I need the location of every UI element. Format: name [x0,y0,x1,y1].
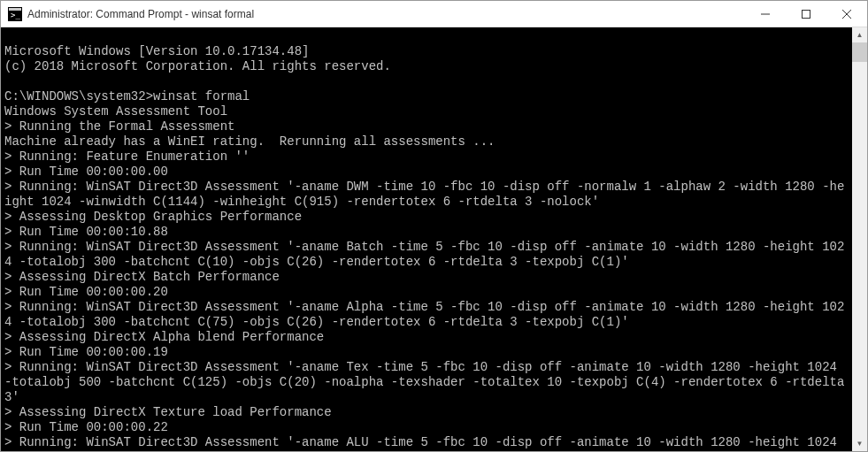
console-line: (c) 2018 Microsoft Corporation. All righ… [4,59,391,73]
console-line: > Run Time 00:00:00.22 [4,420,168,434]
maximize-button[interactable] [786,1,826,27]
scrollbar-thumb[interactable] [852,42,867,62]
console-line: > Running: WinSAT Direct3D Assessment '-… [4,435,852,451]
svg-rect-4 [803,10,810,18]
prompt-line: C:\WINDOWS\system32>winsat formal [4,89,250,103]
vertical-scrollbar[interactable]: ▲ ▼ [852,27,867,451]
console-line: > Running: Feature Enumeration '' [4,149,250,164]
close-button[interactable] [826,1,867,27]
command-prompt-window: >_ Administrator: Command Prompt - winsa… [0,0,868,452]
console-line: > Running: WinSAT Direct3D Assessment '-… [4,240,844,269]
titlebar[interactable]: >_ Administrator: Command Prompt - winsa… [1,1,867,27]
console-line: Windows System Assessment Tool [4,104,227,119]
console-output[interactable]: Microsoft Windows [Version 10.0.17134.48… [1,27,852,451]
scroll-up-arrow-icon[interactable]: ▲ [852,27,867,42]
console-line: > Running the Formal Assessment [4,119,234,134]
console-line: > Running: WinSAT Direct3D Assessment '-… [4,360,852,404]
svg-text:>_: >_ [11,11,20,19]
console-line: > Running: WinSAT Direct3D Assessment '-… [4,300,844,329]
window-title: Administrator: Command Prompt - winsat f… [27,8,745,20]
minimize-button[interactable] [745,1,786,27]
console-line: > Run Time 00:00:00.00 [4,165,168,179]
console-line: > Run Time 00:00:10.88 [4,225,168,239]
prompt-command: winsat formal [153,89,250,103]
prompt-path: C:\WINDOWS\system32> [4,89,153,103]
console-line: > Assessing DirectX Batch Performance [4,270,280,284]
cmd-icon: >_ [8,7,22,21]
console-area: Microsoft Windows [Version 10.0.17134.48… [1,27,867,451]
console-line: > Running: WinSAT Direct3D Assessment '-… [4,180,844,209]
window-controls [745,1,867,27]
console-line: > Assessing Desktop Graphics Performance [4,210,302,224]
console-line: Machine already has a WinEI rating. Reru… [4,134,495,149]
console-line: > Run Time 00:00:00.19 [4,345,168,359]
console-line: Microsoft Windows [Version 10.0.17134.48… [4,44,309,58]
console-line: > Assessing DirectX Texture load Perform… [4,405,332,419]
console-line: > Assessing DirectX Alpha blend Performa… [4,330,324,344]
console-line: > Run Time 00:00:00.20 [4,285,168,299]
scroll-down-arrow-icon[interactable]: ▼ [852,436,867,451]
